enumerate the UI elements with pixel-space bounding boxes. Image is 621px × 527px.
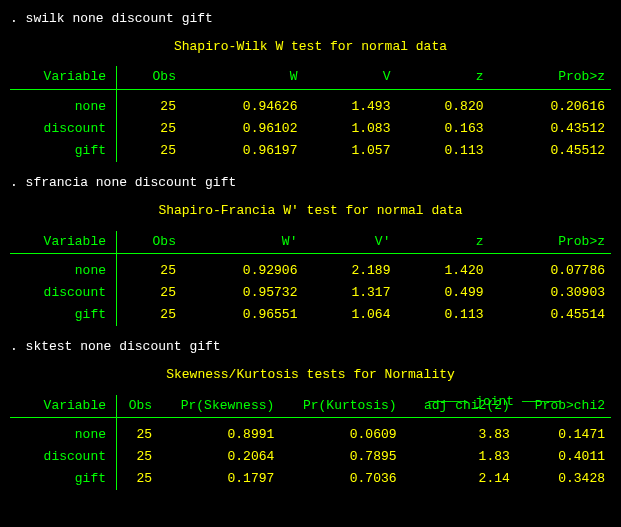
command-swilk: . swilk none discount gift (10, 10, 611, 28)
cell-z: 0.820 (396, 96, 489, 118)
table-row: gift 25 0.96551 1.064 0.113 0.45514 (10, 304, 611, 326)
table-row: discount 25 0.96102 1.083 0.163 0.43512 (10, 118, 611, 140)
col-prob: Prob>z (490, 66, 612, 89)
cell-var: none (10, 96, 117, 118)
joint-decor-right: ————— (522, 394, 561, 409)
col-v: V (303, 66, 396, 89)
swilk-title: Shapiro-Wilk W test for normal data (10, 38, 611, 56)
col-obs: Obs (117, 66, 182, 89)
table-row: gift 25 0.96197 1.057 0.113 0.45512 (10, 140, 611, 162)
sktest-title: Skewness/Kurtosis tests for Normality (10, 366, 611, 384)
table-header-row: Variable Obs W' V' z Prob>z (10, 231, 611, 254)
swilk-table: Variable Obs W V z Prob>z none 25 0.9462… (10, 66, 611, 162)
table-row: none 25 0.8991 0.0609 3.83 0.1471 (10, 424, 611, 446)
sfrancia-table: Variable Obs W' V' z Prob>z none 25 0.92… (10, 231, 611, 327)
col-z: z (396, 66, 489, 89)
joint-label: joint (475, 394, 514, 409)
col-variable: Variable (10, 66, 117, 89)
joint-decor-left: ————— (428, 394, 467, 409)
sfrancia-title: Shapiro-Francia W' test for normal data (10, 202, 611, 220)
command-sktest: . sktest none discount gift (10, 338, 611, 356)
command-sfrancia: . sfrancia none discount gift (10, 174, 611, 192)
cell-p: 0.20616 (490, 96, 612, 118)
col-w: W (182, 66, 303, 89)
table-row: discount 25 0.95732 1.317 0.499 0.30903 (10, 282, 611, 304)
table-header-row: Variable Obs W V z Prob>z (10, 66, 611, 89)
table-row: none 25 0.94626 1.493 0.820 0.20616 (10, 96, 611, 118)
table-row: gift 25 0.1797 0.7036 2.14 0.3428 (10, 468, 611, 490)
cell-v: 1.493 (303, 96, 396, 118)
cell-w: 0.94626 (182, 96, 303, 118)
table-row: discount 25 0.2064 0.7895 1.83 0.4011 (10, 446, 611, 468)
table-row: none 25 0.92906 2.189 1.420 0.07786 (10, 260, 611, 282)
cell-obs: 25 (117, 96, 182, 118)
